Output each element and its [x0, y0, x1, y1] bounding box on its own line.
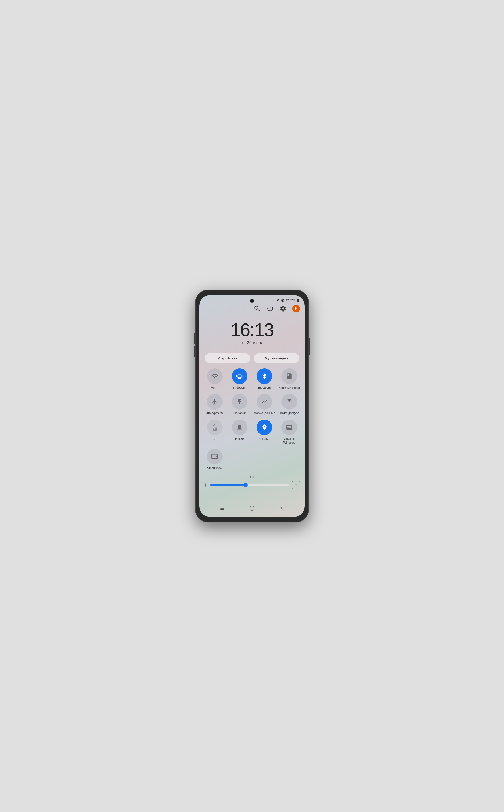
location-label: Локация [259, 437, 270, 441]
smartview-icon-circle [207, 449, 223, 464]
brightness-track[interactable] [210, 484, 289, 486]
flashlight-label: Фонарик [234, 411, 246, 415]
airplane-label: Авиа-режим [206, 411, 223, 415]
hotspot-label: Точка доступа [280, 411, 299, 415]
mute-status-icon [281, 298, 284, 302]
status-icons: 97% [276, 298, 300, 302]
bluetooth-status-icon [276, 298, 280, 302]
bluetooth-icon-circle [257, 368, 272, 384]
windows-icon-circle [281, 420, 297, 435]
toggle-bluetooth[interactable]: Bluetooth [253, 368, 276, 390]
top-actions-bar: H [199, 304, 305, 315]
brightness-row: ☀ [199, 480, 305, 493]
signal-status-icon [285, 298, 289, 302]
page-dot-1 [250, 476, 251, 478]
brightness-thumb[interactable] [243, 483, 248, 487]
toggle-eco[interactable]: я [204, 420, 226, 445]
tab-row: Устройства Мультимедиа [199, 354, 305, 368]
toggle-vibration[interactable]: Вибрация [228, 368, 251, 390]
windows-label: Связь с Windows [278, 437, 300, 445]
toggle-wifi[interactable]: Wi-Fi [204, 368, 226, 390]
clock-display: 16:13 [230, 321, 274, 339]
nav-recent-button[interactable] [217, 503, 227, 513]
toggle-airplane[interactable]: Авиа-режим [204, 394, 226, 415]
tab-media[interactable]: Мультимедиа [254, 354, 299, 363]
power-button[interactable] [309, 338, 310, 355]
power-menu-button[interactable] [266, 305, 274, 312]
nav-home-button[interactable] [247, 503, 257, 513]
toggle-windows[interactable]: Связь с Windows [278, 420, 300, 445]
location-icon-circle [257, 420, 272, 435]
tab-devices[interactable]: Устройства [205, 354, 250, 363]
mobiledata-icon-circle [257, 394, 272, 410]
brightness-icon: ☀ [204, 483, 207, 488]
page-dots [199, 474, 305, 480]
brightness-expand-button[interactable] [292, 481, 300, 489]
eco-label: я [214, 437, 215, 441]
hotspot-icon-circle [281, 394, 297, 410]
mobiledata-label: Мобил. данные [254, 411, 275, 415]
toggle-mode[interactable]: Режим [228, 420, 251, 445]
toggle-smartview[interactable]: Smart View [204, 449, 226, 470]
toggle-flashlight[interactable]: Фонарик [228, 394, 251, 415]
nav-bar [199, 501, 305, 517]
battery-status: 97% [290, 299, 295, 302]
mode-label: Режим [235, 437, 244, 441]
nav-back-button[interactable] [277, 503, 287, 513]
page-dot-2 [253, 476, 254, 478]
phone-screen: 97% H 16:13 вт, 29 июня [199, 295, 305, 517]
battery-icon [296, 298, 300, 302]
phone-frame: 97% H 16:13 вт, 29 июня [195, 290, 309, 522]
mode-icon-circle [232, 420, 247, 435]
bluetooth-label: Bluetooth [258, 386, 271, 390]
flashlight-icon-circle [232, 394, 247, 410]
toggle-mobiledata[interactable]: Мобил. данные [253, 394, 276, 415]
date-display: вт, 29 июня [241, 341, 263, 345]
quick-toggles-grid: Wi-Fi Вибрация Bluetooth [199, 368, 305, 474]
toggle-location[interactable]: Локация [253, 420, 276, 445]
reading-label: Книжный экран [279, 386, 300, 390]
wifi-icon-circle [207, 368, 223, 384]
camera-notch [250, 299, 254, 303]
smartview-label: Smart View [207, 466, 222, 470]
airplane-icon-circle [207, 394, 223, 410]
toggle-reading[interactable]: Книжный экран [278, 368, 300, 390]
toggle-hotspot[interactable]: Точка доступа [278, 394, 300, 415]
vibration-label: Вибрация [233, 386, 246, 390]
wifi-label: Wi-Fi [211, 386, 218, 390]
svg-point-1 [250, 506, 254, 511]
svg-point-0 [216, 456, 217, 457]
volume-up-button[interactable] [194, 333, 195, 344]
eco-icon-circle [207, 420, 223, 435]
volume-down-button[interactable] [194, 347, 195, 357]
reading-icon-circle [281, 368, 297, 384]
vibration-icon-circle [232, 368, 247, 384]
settings-button[interactable] [279, 305, 287, 312]
search-button[interactable] [253, 305, 261, 312]
user-avatar[interactable]: H [292, 305, 300, 312]
time-section: 16:13 вт, 29 июня [199, 315, 305, 354]
